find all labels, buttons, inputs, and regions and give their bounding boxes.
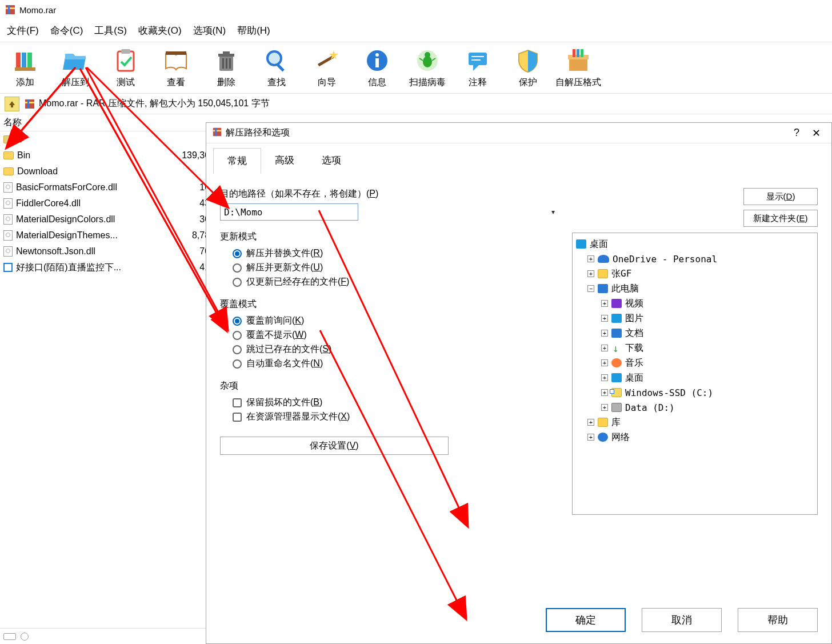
help-button[interactable]: 帮助 xyxy=(738,608,818,632)
archive-icon xyxy=(212,127,222,139)
radio-skip-existing[interactable]: 跳过已存在的文件(S) xyxy=(233,343,558,355)
folder-open-icon xyxy=(62,47,89,74)
svg-rect-15 xyxy=(229,58,231,69)
radio-extract-replace[interactable]: 解压并替换文件(R) xyxy=(233,247,558,259)
svg-rect-32 xyxy=(569,58,587,71)
dialog-titlebar: 解压路径和选项 ? ✕ xyxy=(206,123,831,143)
svg-rect-17 xyxy=(277,64,284,71)
svg-rect-41 xyxy=(213,130,221,131)
tree-music[interactable]: +音乐 xyxy=(576,355,814,370)
toolbar-delete[interactable]: 删除 xyxy=(201,45,251,91)
clipboard-check-icon xyxy=(112,47,139,74)
toolbar: 添加 解压到 测试 查看 删除 查找 向导 信息 扫描病毒 注释 保护 xyxy=(0,42,832,94)
dialog-close-icon[interactable]: ✕ xyxy=(806,127,826,139)
archive-path-text[interactable]: Momo.rar - RAR 压缩文件, 解包大小为 150,045,101 字… xyxy=(39,98,270,110)
dest-path-input[interactable] xyxy=(220,203,358,221)
book-open-icon xyxy=(162,47,190,74)
group-misc: 杂项 xyxy=(220,380,558,392)
svg-rect-18 xyxy=(318,55,334,66)
winrar-icon xyxy=(5,4,16,15)
radio-extract-update[interactable]: 解压并更新文件(U) xyxy=(233,262,558,274)
file-name: Download xyxy=(17,166,58,177)
tab-options[interactable]: 选项 xyxy=(308,148,355,174)
radio-ask-overwrite[interactable]: 覆盖前询问(K) xyxy=(233,315,558,327)
tree-downloads[interactable]: +下载 xyxy=(576,341,814,355)
svg-rect-9 xyxy=(166,51,186,55)
save-settings-button[interactable]: 保存设置(V) xyxy=(220,437,449,455)
dialog-title: 解压路径和选项 xyxy=(226,127,787,139)
file-name: Newtonsoft.Json.dll xyxy=(16,246,95,257)
tree-drive-c[interactable]: +Windows-SSD (C:) xyxy=(576,385,814,400)
pathbar: Momo.rar - RAR 压缩文件, 解包大小为 150,045,101 字… xyxy=(0,94,832,114)
svg-rect-42 xyxy=(215,128,217,136)
shield-icon xyxy=(514,47,542,74)
menu-options[interactable]: 选项(N) xyxy=(193,24,226,37)
tree-drive-d[interactable]: +Data (D:) xyxy=(576,400,814,415)
group-update-mode: 更新模式 xyxy=(220,231,558,243)
trash-icon xyxy=(213,47,240,74)
tree-pictures[interactable]: +图片 xyxy=(576,311,814,326)
statusbar xyxy=(0,628,206,644)
archive-icon xyxy=(24,98,35,110)
tab-advanced[interactable]: 高级 xyxy=(261,148,308,174)
svg-rect-5 xyxy=(27,53,32,70)
radio-update-existing[interactable]: 仅更新已经存在的文件(F) xyxy=(233,276,558,288)
svg-rect-30 xyxy=(471,56,484,57)
toolbar-find[interactable]: 查找 xyxy=(251,45,302,91)
tree-network[interactable]: +网络 xyxy=(576,430,814,445)
toolbar-sfx[interactable]: 自解压格式 xyxy=(553,45,603,91)
show-button[interactable]: 显示(D) xyxy=(743,188,818,205)
tab-general[interactable]: 常规 xyxy=(213,148,261,174)
toolbar-info[interactable]: 信息 xyxy=(352,45,402,91)
tree-desktop[interactable]: 桌面 xyxy=(576,237,814,251)
menu-help[interactable]: 帮助(H) xyxy=(237,24,270,37)
tree-desktop-2[interactable]: +桌面 xyxy=(576,370,814,385)
toolbar-extract-to[interactable]: 解压到 xyxy=(50,45,101,91)
radio-overwrite-no-prompt[interactable]: 覆盖不提示(W) xyxy=(233,329,558,341)
ok-button[interactable]: 确定 xyxy=(546,608,626,632)
svg-marker-29 xyxy=(473,65,479,71)
svg-rect-36 xyxy=(581,49,583,57)
tree-this-pc[interactable]: −此电脑 xyxy=(576,281,814,296)
tree-documents[interactable]: +文档 xyxy=(576,326,814,341)
magnifier-icon xyxy=(263,47,290,74)
dialog-button-row: 确定 取消 帮助 xyxy=(546,608,818,632)
radio-auto-rename[interactable]: 自动重命名文件(N) xyxy=(233,358,558,370)
tree-onedrive[interactable]: +OneDrive - Personal xyxy=(576,251,814,266)
dialog-help-icon[interactable]: ? xyxy=(787,127,806,139)
tree-user[interactable]: +张GF xyxy=(576,266,814,281)
file-name: MaterialDesignThemes... xyxy=(16,230,118,241)
column-name[interactable]: 名称 xyxy=(0,114,154,131)
check-show-in-explorer[interactable]: 在资源管理器显示文件(X) xyxy=(233,411,558,423)
tree-videos[interactable]: +视频 xyxy=(576,296,814,311)
toolbar-protect[interactable]: 保护 xyxy=(503,45,553,91)
svg-rect-1 xyxy=(6,7,15,9)
toolbar-comment[interactable]: 注释 xyxy=(453,45,503,91)
menu-command[interactable]: 命令(C) xyxy=(50,24,83,37)
toolbar-virus-scan[interactable]: 扫描病毒 xyxy=(402,45,453,91)
column-size[interactable] xyxy=(154,114,211,131)
svg-rect-40 xyxy=(213,128,221,136)
toolbar-view[interactable]: 查看 xyxy=(151,45,201,91)
check-keep-broken[interactable]: 保留损坏的文件(B) xyxy=(233,397,558,409)
menu-favorites[interactable]: 收藏夹(O) xyxy=(138,24,182,37)
file-name: FiddlerCore4.dll xyxy=(16,198,81,209)
new-folder-button[interactable]: 新建文件夹(E) xyxy=(743,210,818,227)
tree-libraries[interactable]: +库 xyxy=(576,415,814,430)
toolbar-wizard[interactable]: 向导 xyxy=(302,45,352,91)
group-overwrite-mode: 覆盖模式 xyxy=(220,298,558,310)
folder-tree[interactable]: 桌面 +OneDrive - Personal +张GF −此电脑 +视频 +图… xyxy=(572,233,818,515)
nav-up-button[interactable] xyxy=(5,97,19,111)
bug-icon xyxy=(414,47,441,74)
menu-tools[interactable]: 工具(S) xyxy=(94,24,127,37)
svg-point-25 xyxy=(425,52,430,58)
chevron-down-icon[interactable]: ▾ xyxy=(551,208,555,216)
status-disk-icon xyxy=(3,633,16,640)
toolbar-test[interactable]: 测试 xyxy=(101,45,151,91)
toolbar-add[interactable]: 添加 xyxy=(0,45,50,91)
menu-file[interactable]: 文件(F) xyxy=(7,24,39,37)
cancel-button[interactable]: 取消 xyxy=(642,608,722,632)
svg-rect-3 xyxy=(16,53,21,70)
svg-rect-28 xyxy=(469,53,487,65)
svg-rect-4 xyxy=(22,53,26,70)
